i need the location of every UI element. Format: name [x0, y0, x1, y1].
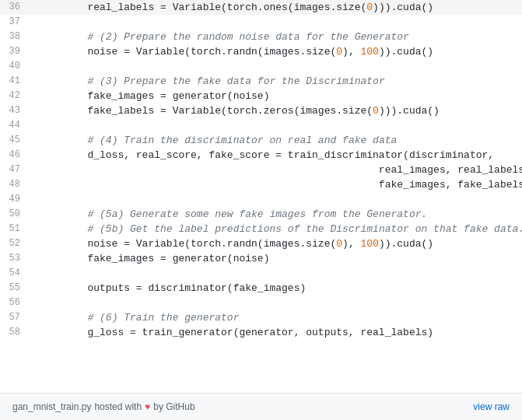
line-number: 47 [0, 163, 33, 177]
by-text: by GitHub [153, 401, 194, 412]
line-number: 50 [0, 207, 33, 222]
table-row: 44 [0, 118, 522, 133]
code-container: 36 real_labels = Variable(torch.ones(ima… [0, 0, 522, 393]
line-code: noise = Variable(torch.randn(images.size… [33, 44, 522, 59]
line-code [33, 266, 522, 281]
view-raw-link[interactable]: view raw [473, 401, 510, 412]
filename: gan_mnist_train.py [12, 401, 91, 412]
table-row: 37 [0, 15, 522, 30]
heart-icon: ♥ [145, 401, 150, 412]
hosted-text: hosted with [94, 401, 142, 412]
line-code: fake_images, fake_labels) [33, 177, 522, 192]
code-table: 36 real_labels = Variable(torch.ones(ima… [0, 0, 522, 340]
line-code: # (3) Prepare the fake data for the Disc… [33, 74, 522, 89]
footer-right[interactable]: view raw [473, 401, 510, 412]
line-number: 55 [0, 281, 33, 296]
table-row: 48 fake_images, fake_labels) [0, 177, 522, 192]
line-code: d_loss, real_score, fake_score = train_d… [33, 148, 522, 163]
table-row: 43 fake_labels = Variable(torch.zeros(im… [0, 103, 522, 118]
line-number: 57 [0, 310, 33, 325]
table-row: 50 # (5a) Generate some new fake images … [0, 207, 522, 222]
line-code: g_loss = train_generator(generator, outp… [33, 325, 522, 340]
line-number: 43 [0, 103, 33, 118]
line-code: fake_images = generator(noise) [33, 89, 522, 103]
line-number: 52 [0, 236, 33, 251]
table-row: 49 [0, 192, 522, 207]
line-code [33, 192, 522, 207]
line-code: # (5b) Get the label predictions of the … [33, 222, 522, 236]
line-number: 49 [0, 192, 33, 207]
table-row: 55 outputs = discriminator(fake_images) [0, 281, 522, 296]
table-row: 45 # (4) Train the discriminator on real… [0, 133, 522, 148]
line-code: # (2) Prepare the random noise data for … [33, 30, 522, 44]
footer: gan_mnist_train.py hosted with ♥ by GitH… [0, 393, 522, 420]
line-code: outputs = discriminator(fake_images) [33, 281, 522, 296]
line-number: 42 [0, 89, 33, 103]
table-row: 57 # (6) Train the generator [0, 310, 522, 325]
table-row: 36 real_labels = Variable(torch.ones(ima… [0, 0, 522, 15]
line-number: 48 [0, 177, 33, 192]
line-code: fake_images = generator(noise) [33, 251, 522, 266]
line-code: real_labels = Variable(torch.ones(images… [33, 0, 522, 15]
footer-left: gan_mnist_train.py hosted with ♥ by GitH… [12, 401, 195, 412]
table-row: 58 g_loss = train_generator(generator, o… [0, 325, 522, 340]
line-number: 37 [0, 15, 33, 30]
table-row: 41 # (3) Prepare the fake data for the D… [0, 74, 522, 89]
table-row: 38 # (2) Prepare the random noise data f… [0, 30, 522, 44]
table-row: 46 d_loss, real_score, fake_score = trai… [0, 148, 522, 163]
table-row: 54 [0, 266, 522, 281]
line-code [33, 59, 522, 74]
table-row: 53 fake_images = generator(noise) [0, 251, 522, 266]
table-row: 56 [0, 296, 522, 310]
line-number: 36 [0, 0, 33, 15]
line-number: 46 [0, 148, 33, 163]
line-number: 45 [0, 133, 33, 148]
line-code: # (5a) Generate some new fake images fro… [33, 207, 522, 222]
line-code: fake_labels = Variable(torch.zeros(image… [33, 103, 522, 118]
line-number: 54 [0, 266, 33, 281]
line-code: noise = Variable(torch.randn(images.size… [33, 236, 522, 251]
line-code [33, 296, 522, 310]
line-code: # (4) Train the discriminator on real an… [33, 133, 522, 148]
line-number: 56 [0, 296, 33, 310]
line-code [33, 118, 522, 133]
table-row: 42 fake_images = generator(noise) [0, 89, 522, 103]
line-number: 41 [0, 74, 33, 89]
line-number: 40 [0, 59, 33, 74]
table-row: 39 noise = Variable(torch.randn(images.s… [0, 44, 522, 59]
table-row: 47 real_images, real_labels, [0, 163, 522, 177]
line-number: 58 [0, 325, 33, 340]
table-row: 40 [0, 59, 522, 74]
line-code: real_images, real_labels, [33, 163, 522, 177]
table-row: 52 noise = Variable(torch.randn(images.s… [0, 236, 522, 251]
line-number: 53 [0, 251, 33, 266]
line-number: 44 [0, 118, 33, 133]
table-row: 51 # (5b) Get the label predictions of t… [0, 222, 522, 236]
line-number: 38 [0, 30, 33, 44]
line-number: 51 [0, 222, 33, 236]
line-number: 39 [0, 44, 33, 59]
line-code [33, 15, 522, 30]
line-code: # (6) Train the generator [33, 310, 522, 325]
